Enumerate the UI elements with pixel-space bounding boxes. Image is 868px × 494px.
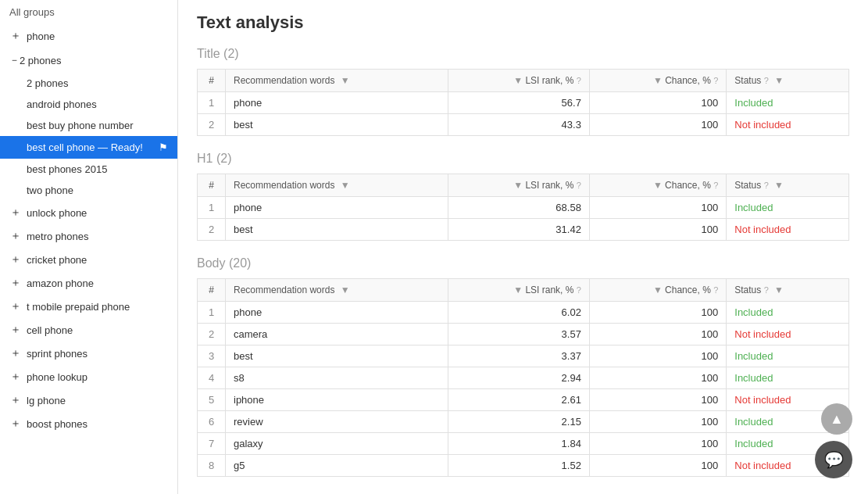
row-lsi: 31.42 [448, 219, 589, 241]
table-row: 1 phone 56.7 100 Included [198, 92, 849, 114]
sidebar-item-phone[interactable]: ＋ phone [0, 24, 177, 48]
body-section-heading: Body (20) [197, 256, 849, 270]
sidebar-item-best-phones-2015[interactable]: best phones 2015 [0, 159, 177, 180]
title-col-num: # [198, 70, 226, 92]
row-chance: 100 [589, 92, 726, 114]
row-chance: 100 [589, 324, 726, 345]
table-row: 6 review 2.15 100 Included [198, 411, 849, 433]
row-lsi: 3.57 [448, 324, 589, 345]
row-status: Not included [727, 114, 849, 136]
sidebar: All groups ＋ phone － 2 phones 2 phones a… [0, 0, 178, 494]
lsi-q-icon: ? [577, 76, 581, 85]
plus-icon: ＋ [9, 30, 22, 42]
row-word: g5 [226, 455, 448, 477]
sidebar-item-boost-phones[interactable]: ＋ boost phones [0, 412, 177, 435]
sidebar-item-amazon-phone[interactable]: ＋ amazon phone [0, 271, 177, 295]
row-word: iphone [226, 389, 448, 411]
h1-col-status[interactable]: Status ? ▼ [727, 174, 849, 197]
chat-icon: 💬 [824, 450, 844, 469]
row-chance: 100 [589, 302, 726, 324]
minus-icon: － [9, 53, 20, 67]
main-content: Text analysis Title (2) # Recommendation… [178, 0, 868, 494]
sidebar-item-metro-phones[interactable]: ＋ metro phones [0, 224, 177, 248]
row-num: 7 [198, 433, 226, 455]
sidebar-item-cell-phone[interactable]: ＋ cell phone [0, 318, 177, 342]
table-row: 4 s8 2.94 100 Included [198, 367, 849, 389]
plus-icon-5: ＋ [9, 277, 22, 289]
row-chance: 100 [589, 345, 726, 367]
table-row: 1 phone 68.58 100 Included [198, 197, 849, 219]
row-lsi: 2.94 [448, 367, 589, 389]
row-num: 8 [198, 455, 226, 477]
row-word: review [226, 411, 448, 433]
h1-col-lsi[interactable]: ▼ LSI rank, % ? [448, 174, 589, 197]
title-col-recommendation[interactable]: Recommendation words ▼ [226, 70, 448, 92]
table-row: 2 best 43.3 100 Not included [198, 114, 849, 136]
row-status: Included [727, 302, 849, 324]
table-row: 2 best 31.42 100 Not included [198, 219, 849, 241]
row-status: Included [727, 92, 849, 114]
row-chance: 100 [589, 433, 726, 455]
sort-icon-h1: ▼ [341, 180, 350, 191]
row-word: phone [226, 92, 448, 114]
body-col-recommendation[interactable]: Recommendation words ▼ [226, 279, 448, 302]
row-num: 3 [198, 345, 226, 367]
title-col-chance[interactable]: ▼ Chance, % ? [589, 70, 726, 92]
h1-col-num: # [198, 174, 226, 197]
lsi-sort-icon: ▼ [513, 75, 523, 86]
plus-icon-8: ＋ [9, 347, 22, 360]
status-sort-icon: ▼ [774, 75, 784, 86]
body-table: # Recommendation words ▼ ▼ LSI rank, % ?… [197, 278, 849, 477]
sidebar-item-cricket-phone[interactable]: ＋ cricket phone [0, 248, 177, 271]
sidebar-item-2phones-sub[interactable]: 2 phones [0, 73, 177, 94]
sidebar-group-2phones[interactable]: － 2 phones [0, 48, 177, 73]
title-col-status[interactable]: Status ? ▼ [727, 70, 849, 92]
scroll-to-top-button[interactable]: ▲ [821, 403, 852, 435]
row-lsi: 2.61 [448, 389, 589, 411]
plus-icon-6: ＋ [9, 300, 22, 313]
body-col-status[interactable]: Status ? ▼ [727, 279, 849, 302]
h1-col-recommendation[interactable]: Recommendation words ▼ [226, 174, 448, 197]
sort-icon-h1-status: ▼ [774, 180, 784, 191]
row-num: 6 [198, 411, 226, 433]
row-word: best [226, 219, 448, 241]
title-col-lsi[interactable]: ▼ LSI rank, % ? [448, 70, 589, 92]
title-table: # Recommendation words ▼ ▼ LSI rank, % ?… [197, 69, 849, 136]
plus-icon-11: ＋ [9, 417, 22, 430]
row-status: Not included [727, 219, 849, 241]
row-num: 2 [198, 114, 226, 136]
row-num: 4 [198, 367, 226, 389]
flag-icon: ⚑ [159, 141, 168, 153]
h1-col-chance[interactable]: ▼ Chance, % ? [589, 174, 726, 197]
body-col-lsi[interactable]: ▼ LSI rank, % ? [448, 279, 589, 302]
chat-button[interactable]: 💬 [815, 441, 852, 478]
h1-table: # Recommendation words ▼ ▼ LSI rank, % ?… [197, 174, 849, 241]
row-status: Included [727, 367, 849, 389]
row-lsi: 3.37 [448, 345, 589, 367]
body-col-chance[interactable]: ▼ Chance, % ? [589, 279, 726, 302]
sidebar-item-t-mobile-prepaid-phone[interactable]: ＋ t mobile prepaid phone [0, 295, 177, 318]
table-row: 7 galaxy 1.84 100 Included [198, 433, 849, 455]
sidebar-item-unlock-phone[interactable]: ＋ unlock phone [0, 201, 177, 224]
sidebar-item-phone-lookup[interactable]: ＋ phone lookup [0, 365, 177, 388]
table-row: 3 best 3.37 100 Included [198, 345, 849, 367]
sidebar-item-lg-phone[interactable]: ＋ lg phone [0, 388, 177, 412]
sidebar-item-android-phones[interactable]: android phones [0, 94, 177, 115]
sidebar-item-two-phone[interactable]: two phone [0, 180, 177, 201]
row-word: phone [226, 197, 448, 219]
sidebar-item-best-cell-phone[interactable]: best cell phone — Ready! ⚑ [0, 136, 177, 159]
sort-icon-body: ▼ [341, 285, 350, 295]
plus-icon-7: ＋ [9, 324, 22, 336]
plus-icon-3: ＋ [9, 230, 22, 242]
sidebar-item-sprint-phones[interactable]: ＋ sprint phones [0, 342, 177, 365]
title-section-heading: Title (2) [197, 47, 849, 61]
sidebar-item-best-buy-phone-number[interactable]: best buy phone number [0, 115, 177, 136]
sort-icon-body-status: ▼ [774, 285, 784, 295]
table-row: 8 g5 1.52 100 Not included [198, 455, 849, 477]
row-lsi: 2.15 [448, 411, 589, 433]
status-q-icon: ? [764, 76, 769, 85]
table-row: 5 iphone 2.61 100 Not included [198, 389, 849, 411]
row-chance: 100 [589, 219, 726, 241]
sidebar-all-groups[interactable]: All groups [0, 0, 177, 24]
h1-section: H1 (2) # Recommendation words ▼ ▼ LSI ra… [197, 152, 849, 241]
